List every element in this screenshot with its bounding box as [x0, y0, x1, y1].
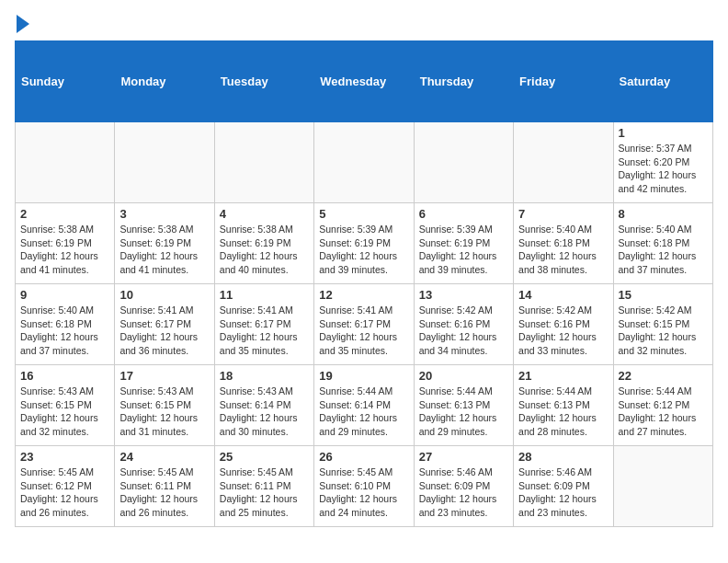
- calendar-cell: 4Sunrise: 5:38 AM Sunset: 6:19 PM Daylig…: [214, 203, 313, 284]
- day-info: Sunrise: 5:41 AM Sunset: 6:17 PM Dayligh…: [119, 304, 209, 358]
- day-number: 21: [518, 369, 608, 383]
- logo: [15, 15, 29, 33]
- calendar-cell: 12Sunrise: 5:41 AM Sunset: 6:17 PM Dayli…: [314, 284, 414, 365]
- day-number: 25: [220, 450, 309, 464]
- day-number: 15: [619, 288, 708, 302]
- day-info: Sunrise: 5:38 AM Sunset: 6:19 PM Dayligh…: [220, 223, 309, 277]
- calendar-week-row: 9Sunrise: 5:40 AM Sunset: 6:18 PM Daylig…: [16, 284, 713, 365]
- day-info: Sunrise: 5:44 AM Sunset: 6:13 PM Dayligh…: [419, 385, 508, 439]
- day-number: 5: [319, 207, 408, 221]
- day-number: 17: [119, 369, 209, 383]
- day-info: Sunrise: 5:39 AM Sunset: 6:19 PM Dayligh…: [419, 223, 508, 277]
- day-header-monday: Monday: [115, 41, 214, 122]
- day-number: 16: [20, 369, 109, 383]
- calendar-cell: 11Sunrise: 5:41 AM Sunset: 6:17 PM Dayli…: [214, 284, 313, 365]
- calendar-cell: 14Sunrise: 5:42 AM Sunset: 6:16 PM Dayli…: [514, 284, 613, 365]
- calendar-cell: 5Sunrise: 5:39 AM Sunset: 6:19 PM Daylig…: [314, 203, 414, 284]
- logo-arrow-icon: [17, 15, 29, 33]
- day-header-sunday: Sunday: [16, 41, 115, 122]
- day-info: Sunrise: 5:40 AM Sunset: 6:18 PM Dayligh…: [518, 223, 608, 277]
- day-number: 6: [419, 207, 508, 221]
- day-info: Sunrise: 5:44 AM Sunset: 6:13 PM Dayligh…: [518, 385, 608, 439]
- calendar-cell: [414, 122, 513, 203]
- day-info: Sunrise: 5:46 AM Sunset: 6:09 PM Dayligh…: [419, 465, 508, 520]
- calendar-cell: 16Sunrise: 5:43 AM Sunset: 6:15 PM Dayli…: [16, 365, 115, 446]
- day-info: Sunrise: 5:37 AM Sunset: 6:20 PM Dayligh…: [619, 142, 708, 196]
- day-info: Sunrise: 5:45 AM Sunset: 6:11 PM Dayligh…: [220, 465, 309, 520]
- day-info: Sunrise: 5:40 AM Sunset: 6:18 PM Dayligh…: [20, 304, 109, 358]
- calendar-cell: 22Sunrise: 5:44 AM Sunset: 6:12 PM Dayli…: [613, 365, 712, 446]
- calendar-cell: [514, 122, 613, 203]
- day-info: Sunrise: 5:38 AM Sunset: 6:19 PM Dayligh…: [119, 223, 209, 277]
- day-info: Sunrise: 5:43 AM Sunset: 6:15 PM Dayligh…: [20, 385, 109, 439]
- day-number: 23: [20, 450, 109, 464]
- day-number: 10: [119, 288, 209, 302]
- day-number: 9: [20, 288, 109, 302]
- calendar-cell: 15Sunrise: 5:42 AM Sunset: 6:15 PM Dayli…: [613, 284, 712, 365]
- day-info: Sunrise: 5:43 AM Sunset: 6:14 PM Dayligh…: [220, 385, 309, 439]
- day-info: Sunrise: 5:45 AM Sunset: 6:11 PM Dayligh…: [119, 465, 209, 520]
- day-number: 7: [518, 207, 608, 221]
- calendar-cell: [214, 122, 313, 203]
- day-number: 24: [119, 450, 209, 464]
- calendar-week-row: 16Sunrise: 5:43 AM Sunset: 6:15 PM Dayli…: [16, 365, 713, 446]
- day-info: Sunrise: 5:39 AM Sunset: 6:19 PM Dayligh…: [319, 223, 408, 277]
- calendar-cell: 21Sunrise: 5:44 AM Sunset: 6:13 PM Dayli…: [514, 365, 613, 446]
- day-header-thursday: Thursday: [414, 41, 513, 122]
- calendar-cell: 24Sunrise: 5:45 AM Sunset: 6:11 PM Dayli…: [115, 446, 214, 527]
- calendar-cell: 10Sunrise: 5:41 AM Sunset: 6:17 PM Dayli…: [115, 284, 214, 365]
- day-info: Sunrise: 5:44 AM Sunset: 6:14 PM Dayligh…: [319, 385, 408, 439]
- day-info: Sunrise: 5:42 AM Sunset: 6:16 PM Dayligh…: [419, 304, 508, 358]
- day-number: 14: [518, 288, 608, 302]
- calendar-cell: 7Sunrise: 5:40 AM Sunset: 6:18 PM Daylig…: [514, 203, 613, 284]
- calendar-cell: 27Sunrise: 5:46 AM Sunset: 6:09 PM Dayli…: [414, 446, 513, 527]
- day-number: 28: [518, 450, 608, 464]
- calendar-cell: 8Sunrise: 5:40 AM Sunset: 6:18 PM Daylig…: [613, 203, 712, 284]
- day-info: Sunrise: 5:44 AM Sunset: 6:12 PM Dayligh…: [619, 385, 708, 439]
- calendar-cell: 23Sunrise: 5:45 AM Sunset: 6:12 PM Dayli…: [16, 446, 115, 527]
- calendar-cell: 6Sunrise: 5:39 AM Sunset: 6:19 PM Daylig…: [414, 203, 513, 284]
- day-info: Sunrise: 5:38 AM Sunset: 6:19 PM Dayligh…: [20, 223, 109, 277]
- day-info: Sunrise: 5:41 AM Sunset: 6:17 PM Dayligh…: [319, 304, 408, 358]
- calendar-cell: [613, 446, 712, 527]
- day-number: 2: [20, 207, 109, 221]
- day-number: 20: [419, 369, 508, 383]
- calendar-cell: 2Sunrise: 5:38 AM Sunset: 6:19 PM Daylig…: [16, 203, 115, 284]
- day-number: 8: [619, 207, 708, 221]
- calendar-cell: 28Sunrise: 5:46 AM Sunset: 6:09 PM Dayli…: [514, 446, 613, 527]
- calendar-cell: [115, 122, 214, 203]
- day-header-tuesday: Tuesday: [214, 41, 313, 122]
- day-info: Sunrise: 5:40 AM Sunset: 6:18 PM Dayligh…: [619, 223, 708, 277]
- day-number: 22: [619, 369, 708, 383]
- day-header-friday: Friday: [514, 41, 613, 122]
- day-number: 27: [419, 450, 508, 464]
- calendar-cell: 20Sunrise: 5:44 AM Sunset: 6:13 PM Dayli…: [414, 365, 513, 446]
- calendar-cell: 19Sunrise: 5:44 AM Sunset: 6:14 PM Dayli…: [314, 365, 414, 446]
- page-header: [15, 15, 713, 33]
- day-header-saturday: Saturday: [613, 41, 712, 122]
- day-info: Sunrise: 5:42 AM Sunset: 6:15 PM Dayligh…: [619, 304, 708, 358]
- calendar-cell: 1Sunrise: 5:37 AM Sunset: 6:20 PM Daylig…: [613, 122, 712, 203]
- calendar-week-row: 2Sunrise: 5:38 AM Sunset: 6:19 PM Daylig…: [16, 203, 713, 284]
- calendar-week-row: 23Sunrise: 5:45 AM Sunset: 6:12 PM Dayli…: [16, 446, 713, 527]
- calendar-cell: 18Sunrise: 5:43 AM Sunset: 6:14 PM Dayli…: [214, 365, 313, 446]
- day-number: 26: [319, 450, 408, 464]
- calendar-cell: 25Sunrise: 5:45 AM Sunset: 6:11 PM Dayli…: [214, 446, 313, 527]
- day-number: 4: [220, 207, 309, 221]
- day-number: 3: [119, 207, 209, 221]
- day-number: 12: [319, 288, 408, 302]
- day-info: Sunrise: 5:45 AM Sunset: 6:12 PM Dayligh…: [20, 465, 109, 520]
- calendar-header-row: SundayMondayTuesdayWednesdayThursdayFrid…: [16, 41, 713, 122]
- calendar-cell: 17Sunrise: 5:43 AM Sunset: 6:15 PM Dayli…: [115, 365, 214, 446]
- day-info: Sunrise: 5:41 AM Sunset: 6:17 PM Dayligh…: [220, 304, 309, 358]
- calendar-cell: 26Sunrise: 5:45 AM Sunset: 6:10 PM Dayli…: [314, 446, 414, 527]
- calendar-cell: 3Sunrise: 5:38 AM Sunset: 6:19 PM Daylig…: [115, 203, 214, 284]
- day-number: 18: [220, 369, 309, 383]
- day-number: 11: [220, 288, 309, 302]
- calendar-cell: [314, 122, 414, 203]
- day-number: 1: [619, 126, 708, 140]
- day-header-wednesday: Wednesday: [314, 41, 414, 122]
- day-info: Sunrise: 5:45 AM Sunset: 6:10 PM Dayligh…: [319, 465, 408, 520]
- calendar-table: SundayMondayTuesdayWednesdayThursdayFrid…: [15, 40, 713, 527]
- calendar-cell: 9Sunrise: 5:40 AM Sunset: 6:18 PM Daylig…: [16, 284, 115, 365]
